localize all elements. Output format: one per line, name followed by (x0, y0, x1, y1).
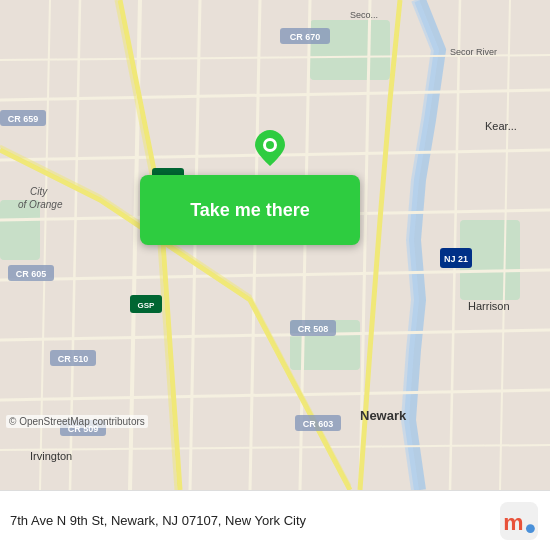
svg-point-51 (266, 141, 274, 149)
svg-text:Secor River: Secor River (450, 47, 497, 57)
svg-text:GSP: GSP (138, 301, 156, 310)
osm-attribution: © OpenStreetMap contributors (6, 415, 148, 428)
svg-text:City: City (30, 186, 48, 197)
address-text: 7th Ave N 9th St, Newark, NJ 07107, New … (10, 513, 500, 528)
svg-text:Kear...: Kear... (485, 120, 517, 132)
take-me-there-banner[interactable]: Take me there (140, 175, 360, 245)
svg-text:Newark: Newark (360, 408, 407, 423)
svg-text:Harrison: Harrison (468, 300, 510, 312)
svg-text:CR 508: CR 508 (298, 324, 329, 334)
svg-text:CR 510: CR 510 (58, 354, 89, 364)
svg-text:Seco...: Seco... (350, 10, 378, 20)
moovit-logo: m (500, 502, 538, 540)
svg-point-54 (526, 524, 535, 533)
svg-text:NJ 21: NJ 21 (444, 254, 468, 264)
svg-text:of Orange: of Orange (18, 199, 63, 210)
moovit-logo-icon: m (500, 502, 538, 540)
svg-text:Irvington: Irvington (30, 450, 72, 462)
svg-text:m: m (503, 508, 523, 534)
take-me-there-button[interactable]: Take me there (190, 200, 310, 221)
svg-text:CR 670: CR 670 (290, 32, 321, 42)
map-pin (255, 130, 285, 166)
svg-text:CR 659: CR 659 (8, 114, 39, 124)
map-container: CR 670 CR 659 CR 605 CR 510 CR 509 CR 50… (0, 0, 550, 490)
svg-text:CR 603: CR 603 (303, 419, 334, 429)
svg-text:CR 605: CR 605 (16, 269, 47, 279)
bottom-bar: 7th Ave N 9th St, Newark, NJ 07107, New … (0, 490, 550, 550)
